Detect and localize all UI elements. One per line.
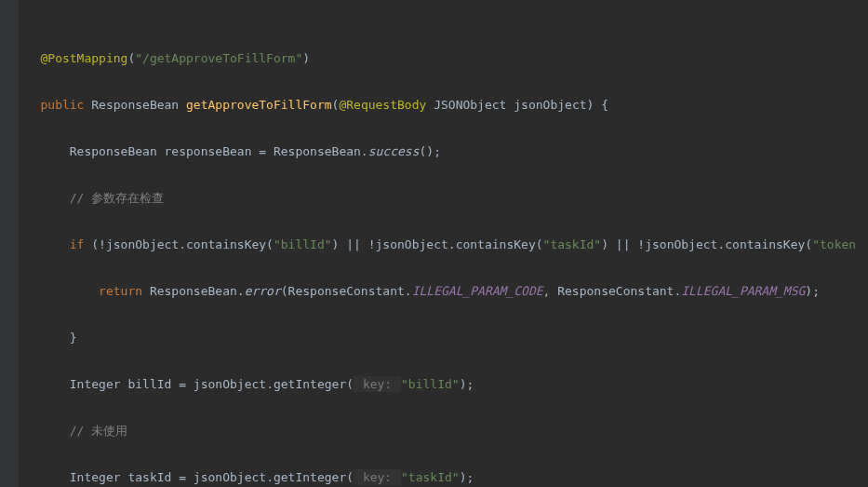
code-editor[interactable]: @PostMapping("/getApproveToFillForm") pu…: [19, 0, 868, 487]
code-line: }: [19, 326, 868, 349]
code-line: if (!jsonObject.containsKey("billId") ||…: [19, 233, 868, 256]
code-line: public ResponseBean getApproveToFillForm…: [19, 93, 868, 116]
code-line: return ResponseBean.error(ResponseConsta…: [19, 279, 868, 303]
code-line: Integer billId = jsonObject.getInteger( …: [19, 372, 868, 396]
code-line: ResponseBean responseBean = ResponseBean…: [19, 140, 868, 163]
code-line: Integer taskId = jsonObject.getInteger( …: [19, 466, 868, 487]
gutter: [0, 0, 19, 487]
code-line: @PostMapping("/getApproveToFillForm"): [19, 47, 868, 70]
code-line: // 未使用: [19, 419, 868, 442]
code-line: // 参数存在检查: [19, 186, 868, 210]
